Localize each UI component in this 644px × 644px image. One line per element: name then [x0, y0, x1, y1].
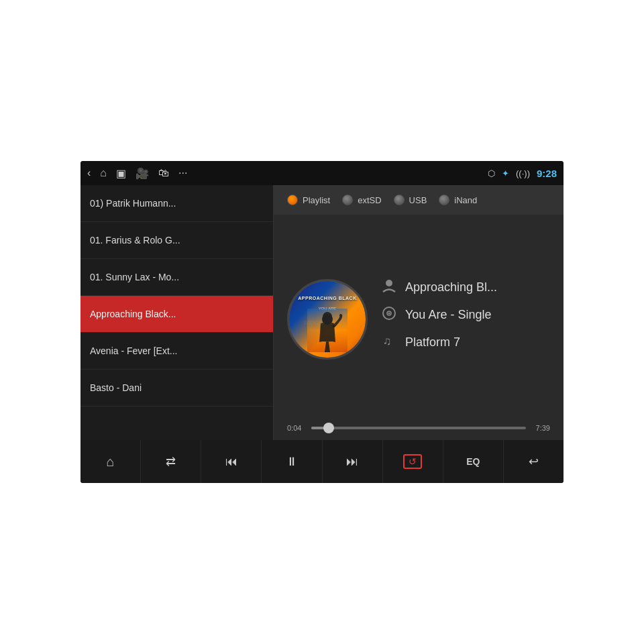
home-nav-icon[interactable]: ⌂ [100, 167, 107, 179]
pause-button[interactable]: ⏸ [262, 440, 322, 483]
playlist-label: Playlist [303, 195, 330, 205]
album-art-inner: APPROACHING BLACK YOU ARE [289, 281, 366, 358]
svg-point-2 [386, 280, 392, 286]
list-item[interactable]: 01) Patrik Humann... [80, 185, 273, 222]
usb-dot [394, 195, 405, 205]
eq-label: EQ [466, 456, 480, 467]
music-icon: ♫ [381, 333, 397, 352]
progress-section: 0:04 7:39 [274, 424, 564, 440]
back-icon: ↩ [529, 454, 539, 469]
album-icon [381, 306, 397, 324]
status-bar: ‹ ⌂ ▣ 🎥 🛍 ··· ⬡ ✦ ((·)) 9:28 [80, 161, 564, 185]
progress-thumb[interactable] [323, 423, 334, 433]
cast-icon: ⬡ [488, 168, 495, 178]
playlist-dot [287, 195, 298, 205]
bluetooth-icon: ✦ [502, 168, 509, 178]
pause-icon: ⏸ [286, 455, 298, 469]
player-area: Playlist extSD USB iNand [274, 185, 564, 440]
bag-nav-icon[interactable]: 🛍 [158, 167, 169, 179]
tab-inand[interactable]: iNand [439, 195, 477, 205]
main-content: 01) Patrik Humann... 01. Farius & Rolo G… [80, 185, 564, 440]
extsd-label: extSD [358, 195, 381, 205]
tab-usb[interactable]: USB [394, 195, 427, 205]
album-art-title: APPROACHING BLACK [298, 296, 356, 301]
more-nav-icon[interactable]: ··· [178, 167, 187, 179]
tab-playlist[interactable]: Playlist [287, 195, 330, 205]
next-icon: ⏭ [346, 455, 358, 469]
progress-bar-container: 0:04 7:39 [287, 424, 550, 432]
svg-point-5 [388, 312, 390, 314]
center-dot [322, 314, 333, 325]
next-button[interactable]: ⏭ [323, 440, 383, 483]
playlist-sidebar: 01) Patrik Humann... 01. Farius & Rolo G… [80, 185, 274, 440]
extsd-dot [342, 195, 353, 205]
tab-extsd[interactable]: extSD [342, 195, 381, 205]
status-icons: ⬡ ✦ ((·)) 9:28 [488, 168, 557, 179]
camera-nav-icon[interactable]: 🎥 [136, 167, 149, 180]
now-playing: APPROACHING BLACK YOU ARE [274, 215, 564, 424]
list-item-active[interactable]: Approaching Black... [80, 296, 273, 333]
eq-button[interactable]: EQ [443, 440, 504, 483]
album-art: APPROACHING BLACK YOU ARE [287, 279, 368, 360]
track-name: Platform 7 [405, 335, 460, 350]
prev-button[interactable]: ⏮ [201, 440, 262, 483]
artist-icon [381, 278, 397, 297]
track-row: ♫ Platform 7 [381, 333, 550, 352]
device-frame: ‹ ⌂ ▣ 🎥 🛍 ··· ⬡ ✦ ((·)) 9:28 01) Patrik … [80, 161, 564, 483]
progress-bar[interactable] [311, 427, 526, 429]
home-icon: ⌂ [107, 454, 115, 470]
recents-nav-icon[interactable]: ▣ [116, 167, 126, 180]
nav-icons: ‹ ⌂ ▣ 🎥 🛍 ··· [87, 167, 187, 180]
back-button[interactable]: ↩ [504, 440, 564, 483]
usb-label: USB [409, 195, 427, 205]
current-time: 0:04 [287, 424, 306, 432]
bottom-controls: ⌂ ⇄ ⏮ ⏸ ⏭ ↺ EQ ↩ [80, 440, 564, 483]
album-name: You Are - Single [405, 308, 491, 322]
list-item[interactable]: Basto - Dani [80, 370, 273, 407]
wifi-icon: ((·)) [516, 168, 530, 178]
prev-icon: ⏮ [225, 455, 237, 469]
artist-name: Approaching Bl... [405, 280, 497, 294]
clock: 9:28 [537, 168, 557, 179]
track-info: Approaching Bl... You Are - Single ♫ [381, 278, 550, 361]
source-tabs: Playlist extSD USB iNand [274, 185, 564, 215]
list-item[interactable]: Avenia - Fever [Ext... [80, 333, 273, 370]
total-time: 7:39 [531, 424, 550, 432]
album-row: You Are - Single [381, 306, 550, 324]
shuffle-button[interactable]: ⇄ [141, 440, 201, 483]
artist-row: Approaching Bl... [381, 278, 550, 297]
list-item[interactable]: 01. Sunny Lax - Mo... [80, 259, 273, 296]
svg-text:♫: ♫ [383, 335, 392, 347]
inand-dot [439, 195, 449, 205]
repeat-button[interactable]: ↺ [383, 440, 443, 483]
home-button[interactable]: ⌂ [80, 440, 141, 483]
back-nav-icon[interactable]: ‹ [87, 167, 91, 179]
list-item[interactable]: 01. Farius & Rolo G... [80, 222, 273, 259]
repeat-icon: ↺ [403, 454, 422, 469]
inand-label: iNand [454, 195, 477, 205]
shuffle-icon: ⇄ [166, 454, 176, 469]
